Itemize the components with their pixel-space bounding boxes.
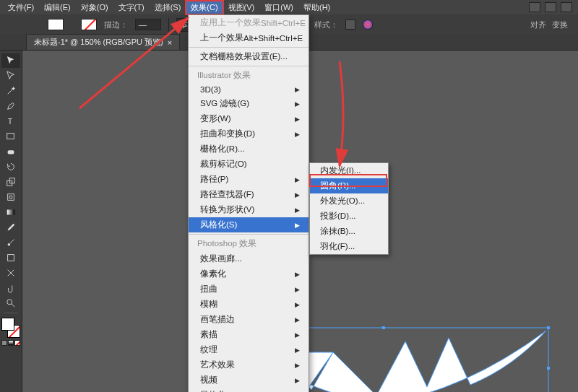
svg-point-15 xyxy=(8,243,11,246)
svg-rect-2 xyxy=(547,326,550,329)
psfx-blur[interactable]: 模糊▶ xyxy=(189,297,309,312)
effects-dropdown: 应用上一个效果Shift+Ctrl+E 上一个效果Alt+Shift+Ctrl+… xyxy=(188,14,309,392)
artboard-tool[interactable] xyxy=(1,251,20,265)
psfx-pixelate[interactable]: 像素化▶ xyxy=(189,266,309,282)
menu-type[interactable]: 文字(T) xyxy=(113,1,150,14)
fill-swatch[interactable] xyxy=(48,19,64,30)
svg-text:T: T xyxy=(8,117,13,126)
fx-warp[interactable]: 变形(W)▶ xyxy=(189,111,309,126)
tools-panel: T xyxy=(0,51,22,392)
stroke-label: 描边： xyxy=(104,19,128,30)
gradient-tool[interactable] xyxy=(1,205,20,219)
toolbar-separator xyxy=(4,313,18,313)
svg-rect-16 xyxy=(8,255,14,261)
illustrator-effects-heading: Illustrator 效果 xyxy=(189,68,309,83)
menu-view[interactable]: 视图(V) xyxy=(223,1,260,14)
svg-rect-11 xyxy=(8,150,14,154)
stroke-weight-field[interactable]: — xyxy=(135,19,161,30)
last-effect[interactable]: 上一个效果Alt+Shift+Ctrl+E xyxy=(189,30,309,45)
doc-raster-settings[interactable]: 文档栅格效果设置(E)... xyxy=(189,49,309,64)
psfx-video[interactable]: 视频▶ xyxy=(189,373,309,388)
selection-tool[interactable] xyxy=(1,53,20,68)
fx-svg-filters[interactable]: SVG 滤镜(G)▶ xyxy=(189,96,309,111)
rectangle-tool[interactable] xyxy=(1,129,20,144)
recolor-icon[interactable] xyxy=(363,19,373,30)
zoom-tool[interactable] xyxy=(1,296,20,310)
feather-item[interactable]: 羽化(F)... xyxy=(310,239,388,254)
slice-tool[interactable] xyxy=(1,266,20,280)
svg-rect-5 xyxy=(382,326,385,329)
psfx-sketch[interactable]: 素描▶ xyxy=(189,327,309,342)
outer-glow-item[interactable]: 外发光(O)... xyxy=(310,193,388,209)
type-tool[interactable]: T xyxy=(1,114,20,129)
svg-rect-14 xyxy=(7,210,15,215)
menu-object[interactable]: 对象(O) xyxy=(76,1,113,14)
stroke-swatch[interactable] xyxy=(81,19,97,30)
close-tab-icon[interactable]: × xyxy=(168,38,172,47)
psfx-artistic[interactable]: 艺术效果▶ xyxy=(189,357,309,373)
fx-rasterize[interactable]: 栅格化(R)... xyxy=(189,141,309,157)
document-tab[interactable]: 未标题-1* @ 150% (RGB/GPU 预览) × xyxy=(26,34,180,50)
transform-button[interactable]: 变换 xyxy=(552,19,568,30)
stock-icon[interactable] xyxy=(545,2,556,12)
magic-wand-tool[interactable] xyxy=(1,84,20,98)
fx-stylize[interactable]: 风格化(S)▶ xyxy=(189,217,309,232)
psfx-texture[interactable]: 纹理▶ xyxy=(189,342,309,357)
fx-path[interactable]: 路径(P)▶ xyxy=(189,172,309,187)
psfx-brush[interactable]: 画笔描边▶ xyxy=(189,312,309,327)
fx-3d[interactable]: 3D(3)▶ xyxy=(189,83,309,96)
scale-tool[interactable] xyxy=(1,175,20,189)
arrange-icon[interactable] xyxy=(561,2,572,12)
menu-select[interactable]: 选择(S) xyxy=(150,1,186,14)
graphic-style-swatch[interactable] xyxy=(345,19,355,30)
psfx-distort[interactable]: 扭曲▶ xyxy=(189,282,309,297)
rotate-tool[interactable] xyxy=(1,160,20,174)
bridge-icon[interactable] xyxy=(529,2,540,12)
fx-crop-marks[interactable]: 裁剪标记(O) xyxy=(189,157,309,172)
inner-glow-item[interactable]: 内发光(I)... xyxy=(310,163,388,178)
svg-point-17 xyxy=(7,300,12,305)
eyedropper-tool[interactable] xyxy=(1,220,20,235)
document-tab-label: 未标题-1* @ 150% (RGB/GPU 预览) xyxy=(34,37,163,48)
workspace-switcher-area xyxy=(529,2,578,12)
eraser-tool[interactable] xyxy=(1,144,20,159)
svg-rect-10 xyxy=(7,134,14,139)
color-mode-row[interactable] xyxy=(1,340,20,346)
psfx-stylize[interactable]: 风格化▶ xyxy=(189,388,309,392)
menu-effects[interactable]: 效果(C) xyxy=(186,1,223,14)
style-label: 样式： xyxy=(314,19,338,30)
separator xyxy=(168,18,169,31)
menu-file[interactable]: 文件(F) xyxy=(3,1,39,14)
fx-pathfinder[interactable]: 路径查找器(F)▶ xyxy=(189,187,309,202)
menu-help[interactable]: 帮助(H) xyxy=(298,1,335,14)
hand-tool[interactable] xyxy=(1,281,20,295)
menu-edit[interactable]: 编辑(E) xyxy=(39,1,76,14)
scribble-item[interactable]: 涂抹(B)... xyxy=(310,224,388,239)
fx-convert-shape[interactable]: 转换为形状(V)▶ xyxy=(189,202,309,217)
psfx-gallery[interactable]: 效果画廊... xyxy=(189,251,309,266)
main-menu-bar: 文件(F) 编辑(E) 对象(O) 文字(T) 选择(S) 效果(C) 视图(V… xyxy=(0,0,578,14)
fill-stroke-color[interactable] xyxy=(1,318,20,338)
round-corners-item[interactable]: 圆角(R)... xyxy=(310,178,388,193)
apply-last-effect[interactable]: 应用上一个效果Shift+Ctrl+E xyxy=(189,15,309,30)
pen-tool[interactable] xyxy=(1,99,20,113)
direct-selection-tool[interactable] xyxy=(1,69,20,83)
stylize-submenu: 内发光(I)... 圆角(R)... 外发光(O)... 投影(D)... 涂抹… xyxy=(309,162,389,255)
photoshop-effects-heading: Photoshop 效果 xyxy=(189,236,309,251)
drop-shadow-item[interactable]: 投影(D)... xyxy=(310,209,388,224)
align-button[interactable]: 对齐 xyxy=(530,19,546,30)
svg-rect-8 xyxy=(547,367,550,370)
menu-window[interactable]: 窗口(W) xyxy=(259,1,298,14)
fx-distort-transform[interactable]: 扭曲和变换(D)▶ xyxy=(189,126,309,141)
free-transform-tool[interactable] xyxy=(1,190,20,204)
symbol-sprayer-tool[interactable] xyxy=(1,235,20,250)
